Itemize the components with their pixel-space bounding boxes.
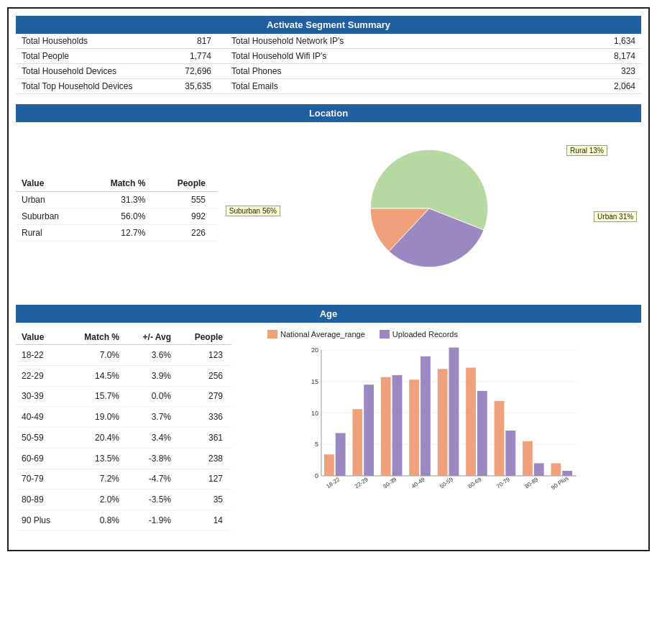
loc-col-value: Value — [16, 175, 88, 192]
age-people: 279 — [180, 386, 231, 407]
age-value: 40-49 — [16, 407, 68, 428]
legend-uploaded-label: Uploaded Records — [392, 330, 458, 339]
pie-chart-container: Suburban 56%Urban 31%Rural 13% — [217, 129, 641, 288]
bar-label: 60-69 — [467, 476, 483, 489]
age-row: 18-22 7.0% 3.6% 123 — [16, 345, 231, 366]
age-people: 14 — [180, 510, 231, 531]
bar-chart: 0510152018-2222-2930-3940-4950-5960-6970… — [239, 343, 641, 508]
loc-value: Suburban — [16, 208, 88, 225]
loc-people: 992 — [157, 208, 217, 225]
location-row: Urban 31.3% 555 — [16, 192, 217, 208]
loc-value: Urban — [16, 192, 88, 208]
summary-value2: 8,174 — [375, 49, 641, 64]
bar-label: 90 Plus — [550, 475, 569, 492]
age-avg: 3.7% — [128, 407, 180, 428]
bar-chart-container: National Average_range Uploaded Records … — [239, 330, 641, 531]
age-col-avg: +/- Avg — [128, 330, 180, 345]
bar-label: 80-89 — [523, 476, 539, 489]
loc-match: 56.0% — [88, 208, 157, 225]
main-container: Activate Segment Summary Total Household… — [7, 7, 650, 551]
age-people: 238 — [180, 448, 231, 469]
age-value: 80-89 — [16, 489, 68, 510]
age-match: 13.5% — [68, 448, 128, 469]
age-people: 35 — [180, 489, 231, 510]
pie-chart — [350, 137, 508, 280]
age-row: 22-29 14.5% 3.9% 256 — [16, 365, 231, 386]
summary-label2: Total Household Wifi IP's — [217, 49, 375, 64]
age-value: 22-29 — [16, 365, 68, 386]
age-header: Age — [16, 305, 641, 323]
summary-label2: Total Phones — [217, 64, 375, 79]
bar-uploaded — [364, 385, 374, 476]
bar-label: 50-59 — [438, 476, 454, 489]
age-people: 123 — [180, 345, 231, 366]
legend-national-box — [267, 330, 277, 339]
age-match: 2.0% — [68, 489, 128, 510]
bar-label: 18-22 — [325, 476, 341, 489]
bar-label: 30-39 — [382, 476, 398, 489]
location-body: Value Match % People Urban 31.3% 555 Sub… — [16, 122, 641, 295]
svg-text:15: 15 — [311, 378, 318, 385]
loc-people: 555 — [157, 192, 217, 208]
bar-uploaded — [392, 375, 403, 476]
age-row: 60-69 13.5% -3.8% 238 — [16, 448, 231, 469]
age-col-people: People — [180, 330, 231, 345]
age-match: 14.5% — [68, 365, 128, 386]
age-row: 90 Plus 0.8% -1.9% 14 — [16, 510, 231, 531]
age-people: 256 — [180, 365, 231, 386]
loc-match: 31.3% — [88, 192, 157, 208]
summary-value: 35,635 — [160, 79, 217, 94]
age-body: Value Match % +/- Avg People 18-22 7.0% … — [16, 323, 641, 538]
location-section: Location Value Match % People Urban 31.3… — [16, 104, 641, 295]
age-match: 19.0% — [68, 407, 128, 428]
bar-national — [551, 464, 561, 477]
age-value: 60-69 — [16, 448, 68, 469]
bar-national — [381, 377, 391, 476]
bar-uploaded — [336, 433, 346, 477]
loc-col-match: Match % — [88, 175, 157, 192]
age-people: 361 — [180, 428, 231, 448]
bar-label: 70-79 — [495, 476, 511, 489]
age-avg: -4.7% — [128, 469, 180, 489]
age-avg: -3.8% — [128, 448, 180, 469]
age-avg: 3.6% — [128, 345, 180, 366]
age-avg: 0.0% — [128, 386, 180, 407]
loc-match: 12.7% — [88, 225, 157, 242]
summary-value: 72,696 — [160, 64, 217, 79]
age-row: 30-39 15.7% 0.0% 279 — [16, 386, 231, 407]
summary-label: Total Households — [16, 34, 160, 49]
summary-label2: Total Emails — [217, 79, 375, 94]
summary-label: Total Household Devices — [16, 64, 160, 79]
age-table: Value Match % +/- Avg People 18-22 7.0% … — [16, 330, 231, 531]
age-row: 40-49 19.0% 3.7% 336 — [16, 407, 231, 428]
bar-chart-svg: 0510152018-2222-2930-3940-4950-5960-6970… — [239, 343, 641, 508]
pie-label: Suburban 56% — [226, 206, 280, 216]
age-people: 127 — [180, 469, 231, 489]
age-value: 30-39 — [16, 386, 68, 407]
age-match: 7.0% — [68, 345, 128, 366]
summary-value2: 1,634 — [375, 34, 641, 49]
loc-value: Rural — [16, 225, 88, 242]
legend-national: National Average_range — [267, 330, 365, 339]
summary-value: 1,774 — [160, 49, 217, 64]
bar-national — [409, 380, 419, 476]
bar-uploaded — [562, 471, 572, 476]
summary-label: Total People — [16, 49, 160, 64]
age-row: 80-89 2.0% -3.5% 35 — [16, 489, 231, 510]
loc-people: 226 — [157, 225, 217, 242]
age-col-match: Match % — [68, 330, 128, 345]
age-match: 7.2% — [68, 469, 128, 489]
age-match: 0.8% — [68, 510, 128, 531]
summary-label: Total Top Household Devices — [16, 79, 160, 94]
legend-uploaded: Uploaded Records — [380, 330, 458, 339]
age-row: 70-79 7.2% -4.7% 127 — [16, 469, 231, 489]
location-header: Location — [16, 104, 641, 122]
age-value: 70-79 — [16, 469, 68, 489]
bar-national — [466, 368, 476, 477]
age-avg: -1.9% — [128, 510, 180, 531]
summary-value2: 2,064 — [375, 79, 641, 94]
chart-legend: National Average_range Uploaded Records — [267, 330, 641, 339]
summary-table: Total Households 817 Total Household Net… — [16, 34, 641, 94]
bar-uploaded — [534, 464, 544, 477]
summary-row: Total Top Household Devices 35,635 Total… — [16, 79, 641, 94]
